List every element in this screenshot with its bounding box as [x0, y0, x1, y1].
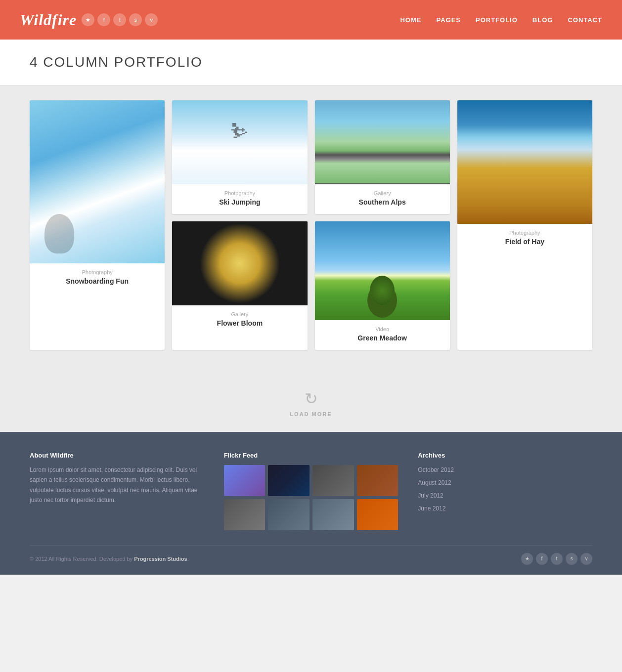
- load-more-section: ↻ LOAD MORE: [0, 375, 622, 432]
- refresh-icon: ↻: [305, 389, 318, 408]
- site-header: Wildfire ★ f t s v HOME PAGES PORTFOLIO …: [0, 0, 622, 40]
- skype-icon[interactable]: s: [129, 13, 142, 26]
- header-left: Wildfire ★ f t s v: [20, 11, 158, 29]
- footer-about: About Wildfire Lorem ipsum dolor sit ame…: [30, 452, 204, 530]
- twitter-icon[interactable]: t: [113, 13, 126, 26]
- card-body-snowboarding: Photography Snowboarding Fun: [30, 263, 165, 293]
- flickr-thumb-7[interactable]: [312, 499, 354, 530]
- archive-link-jun[interactable]: June 2012: [418, 505, 445, 512]
- footer-vimeo-icon[interactable]: v: [580, 553, 592, 565]
- card-category: Photography: [464, 230, 585, 236]
- card-title: Green Meadow: [322, 334, 443, 342]
- card-body-alps: Gallery Southern Alps: [315, 184, 450, 214]
- card-category: Video: [322, 326, 443, 332]
- ski-image: [172, 100, 307, 184]
- card-title: Field of Hay: [464, 238, 585, 246]
- card-body-ski: Photography Ski Jumping: [172, 184, 307, 214]
- footer-copyright: © 2012 All Rights Reserved. Developed by…: [30, 556, 189, 562]
- page-title: 4 COLUMN PORTFOLIO: [30, 54, 592, 70]
- portfolio-card-ski[interactable]: Photography Ski Jumping: [172, 100, 307, 214]
- footer-flickr-title: Flickr Feed: [224, 452, 399, 459]
- portfolio-card-meadow[interactable]: Video Green Meadow: [315, 221, 450, 350]
- flickr-thumb-5[interactable]: [224, 499, 266, 530]
- footer-archives: Archives October 2012 August 2012 July 2…: [418, 452, 592, 530]
- footer-grid: About Wildfire Lorem ipsum dolor sit ame…: [30, 452, 592, 530]
- card-category: Gallery: [322, 190, 443, 196]
- nav-blog[interactable]: BLOG: [533, 16, 553, 24]
- archive-link-jul[interactable]: July 2012: [418, 492, 443, 499]
- rss-icon[interactable]: ★: [82, 13, 94, 26]
- alps-image: [315, 100, 450, 184]
- page-title-section: 4 COLUMN PORTFOLIO: [0, 40, 622, 85]
- footer-archives-title: Archives: [418, 452, 592, 459]
- developer-link[interactable]: Progression Studios: [134, 556, 187, 562]
- archive-item: July 2012: [418, 491, 592, 500]
- card-category: Photography: [37, 269, 158, 275]
- main-nav: HOME PAGES PORTFOLIO BLOG CONTACT: [400, 16, 602, 24]
- card-title: Flower Bloom: [179, 319, 300, 327]
- nav-pages[interactable]: PAGES: [436, 16, 461, 24]
- flickr-thumb-4[interactable]: [357, 465, 399, 496]
- portfolio-card-hay[interactable]: Photography Field of Hay: [457, 100, 592, 350]
- footer-about-title: About Wildfire: [30, 452, 204, 459]
- archive-item: June 2012: [418, 504, 592, 512]
- flickr-thumb-3[interactable]: [312, 465, 354, 496]
- site-footer: About Wildfire Lorem ipsum dolor sit ame…: [0, 432, 622, 575]
- archives-list: October 2012 August 2012 July 2012 June …: [418, 465, 592, 512]
- card-body-hay: Photography Field of Hay: [457, 224, 592, 253]
- footer-facebook-icon[interactable]: f: [536, 553, 548, 565]
- footer-bottom: © 2012 All Rights Reserved. Developed by…: [30, 545, 592, 565]
- flickr-thumb-2[interactable]: [268, 465, 310, 496]
- footer-skype-icon[interactable]: s: [566, 553, 578, 565]
- nav-home[interactable]: HOME: [400, 16, 421, 24]
- card-body-meadow: Video Green Meadow: [315, 320, 450, 350]
- meadow-image: [315, 221, 450, 320]
- nav-contact[interactable]: CONTACT: [568, 16, 602, 24]
- portfolio-card-alps[interactable]: Gallery Southern Alps: [315, 100, 450, 214]
- card-category: Gallery: [179, 311, 300, 317]
- portfolio-grid: Photography Snowboarding Fun Photography…: [30, 100, 592, 350]
- footer-social-icons: ★ f t s v: [521, 553, 592, 565]
- card-category: Photography: [179, 190, 300, 196]
- card-title: Southern Alps: [322, 198, 443, 206]
- vimeo-icon[interactable]: v: [145, 13, 158, 26]
- footer-flickr: Flickr Feed: [224, 452, 399, 530]
- facebook-icon[interactable]: f: [97, 13, 110, 26]
- footer-about-text: Lorem ipsum dolor sit amet, consectetur …: [30, 465, 204, 505]
- portfolio-section: Photography Snowboarding Fun Photography…: [0, 85, 622, 375]
- footer-rss-icon[interactable]: ★: [521, 553, 533, 565]
- flower-image: [172, 221, 307, 305]
- flickr-thumb-6[interactable]: [268, 499, 310, 530]
- archive-link-oct[interactable]: October 2012: [418, 466, 454, 473]
- portfolio-card-flower[interactable]: Gallery Flower Bloom: [172, 221, 307, 350]
- card-title: Ski Jumping: [179, 198, 300, 206]
- archive-item: August 2012: [418, 478, 592, 487]
- archive-item: October 2012: [418, 465, 592, 474]
- header-social-icons: ★ f t s v: [82, 13, 158, 26]
- flickr-grid: [224, 465, 399, 530]
- snowboard-image: [30, 100, 165, 263]
- flickr-thumb-8[interactable]: [357, 499, 399, 530]
- load-more-button[interactable]: LOAD MORE: [290, 411, 332, 417]
- portfolio-card-snowboarding[interactable]: Photography Snowboarding Fun: [30, 100, 165, 350]
- card-body-flower: Gallery Flower Bloom: [172, 305, 307, 335]
- site-logo[interactable]: Wildfire: [20, 11, 77, 29]
- hay-image: [457, 100, 592, 224]
- nav-portfolio[interactable]: PORTFOLIO: [476, 16, 518, 24]
- flickr-thumb-1[interactable]: [224, 465, 266, 496]
- archive-link-aug[interactable]: August 2012: [418, 479, 451, 486]
- footer-twitter-icon[interactable]: t: [551, 553, 563, 565]
- card-title: Snowboarding Fun: [37, 277, 158, 285]
